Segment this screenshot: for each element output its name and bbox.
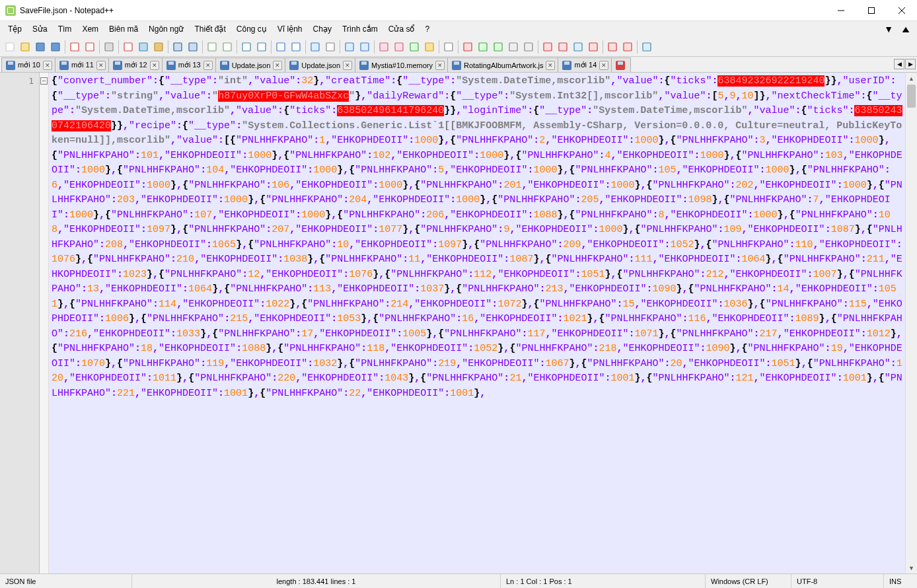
sort-desc-icon[interactable] (620, 40, 635, 54)
menu-run[interactable]: Chạy (308, 23, 337, 35)
maximize-button[interactable] (856, 0, 887, 21)
tab-close-icon[interactable]: ✕ (203, 61, 213, 70)
tab-close-icon[interactable]: ✕ (273, 61, 282, 70)
menu-macro[interactable]: Vĩ lệnh (272, 23, 308, 35)
close-button[interactable] (887, 0, 917, 21)
svg-rect-31 (509, 43, 517, 51)
play-multi-icon[interactable] (491, 40, 505, 54)
tab-save-icon (289, 61, 299, 70)
wordwrap-icon[interactable] (308, 40, 322, 54)
tab[interactable]: mới 13✕ (162, 57, 216, 72)
tab[interactable] (611, 57, 631, 72)
tab[interactable]: Update.json✕ (285, 57, 355, 72)
find-icon[interactable] (205, 40, 219, 54)
sync-v-icon[interactable] (274, 40, 288, 54)
indent-icon[interactable] (342, 40, 357, 54)
col4-icon[interactable] (586, 40, 601, 54)
play-icon[interactable] (476, 40, 490, 54)
scroll-up-icon[interactable]: ▲ (906, 73, 917, 84)
svg-rect-0 (869, 7, 875, 13)
sync-h-icon[interactable] (289, 40, 303, 54)
svg-rect-11 (174, 43, 182, 51)
tab-save-icon (166, 61, 176, 70)
tab-scroll-left[interactable]: ◀ (894, 59, 904, 69)
menu-settings[interactable]: Thiết đặt (189, 23, 231, 35)
status-length: length : 183.441 lines : 1 (132, 574, 501, 588)
func-list-icon[interactable] (407, 40, 422, 54)
doc-map-icon[interactable] (377, 40, 391, 54)
menu-view[interactable]: Xem (77, 23, 104, 35)
tab[interactable]: Update.json✕ (215, 57, 286, 72)
tab[interactable]: mới 11✕ (55, 57, 109, 72)
outdent-icon[interactable] (357, 40, 372, 54)
save-macro-icon[interactable] (521, 40, 536, 54)
menu-file[interactable]: Tệp (3, 23, 27, 35)
replace-icon[interactable] (220, 40, 235, 54)
sort-asc-icon[interactable] (605, 40, 620, 54)
tab-label: mới 10 (18, 61, 40, 69)
save-all-icon[interactable] (48, 40, 63, 54)
menu-window[interactable]: Cửa sổ (383, 23, 420, 35)
doc-list-icon[interactable] (392, 40, 406, 54)
svg-rect-12 (189, 43, 197, 51)
tab-close-icon[interactable]: ✕ (546, 61, 555, 70)
menu-search[interactable]: Tìm (53, 23, 77, 35)
line-number-gutter: 1 (0, 73, 40, 573)
fold-toggle-icon[interactable] (40, 77, 48, 85)
col3-icon[interactable] (571, 40, 585, 54)
zoom-out-icon[interactable] (254, 40, 269, 54)
stop-icon[interactable] (506, 40, 521, 54)
show-chars-icon[interactable] (323, 40, 338, 54)
zoom-in-icon[interactable] (239, 40, 254, 54)
tab-close-icon[interactable]: ✕ (435, 61, 445, 70)
tab-close-icon[interactable]: ✕ (343, 61, 352, 70)
monitor-icon[interactable] (441, 40, 456, 54)
close-icon[interactable] (67, 40, 82, 54)
tab[interactable]: mới 10✕ (1, 57, 55, 72)
paste-icon[interactable] (151, 40, 166, 54)
record-icon[interactable] (460, 40, 475, 54)
save-icon[interactable] (33, 40, 48, 54)
code-area[interactable]: {"convert_number":{"__type":"int","value… (49, 73, 905, 573)
print-icon[interactable] (102, 40, 116, 54)
cut-icon[interactable] (121, 40, 135, 54)
tab-close-icon[interactable]: ✕ (599, 61, 608, 70)
minimize-button[interactable] (826, 0, 856, 21)
menu-plugins[interactable]: Trình cắm (337, 23, 383, 35)
tab-close-icon[interactable]: ✕ (96, 61, 106, 70)
svg-rect-29 (479, 43, 487, 51)
undo-icon[interactable] (170, 40, 185, 54)
svg-rect-17 (277, 43, 285, 51)
tab[interactable]: mới 14✕ (558, 57, 612, 72)
redo-icon[interactable] (186, 40, 200, 54)
new-file-icon[interactable] (3, 40, 17, 54)
menu-encoding[interactable]: Biên mã (104, 23, 143, 35)
unfold-all-icon[interactable]: ▲ (895, 24, 917, 34)
folder-icon[interactable] (422, 40, 437, 54)
open-file-icon[interactable] (18, 40, 32, 54)
extra-icon[interactable] (640, 40, 654, 54)
tab-close-icon[interactable]: ✕ (150, 61, 159, 70)
menu-tools[interactable]: Công cụ (231, 23, 272, 35)
status-bar: JSON file length : 183.441 lines : 1 Ln … (0, 573, 917, 588)
window-title: SaveFile.json - Notepad++ (20, 6, 114, 15)
col2-icon[interactable] (556, 40, 570, 54)
fold-column[interactable] (40, 73, 49, 573)
svg-rect-8 (124, 43, 132, 51)
tab-close-icon[interactable]: ✕ (43, 61, 52, 70)
menu-language[interactable]: Ngôn ngữ (143, 23, 189, 35)
copy-icon[interactable] (136, 40, 151, 54)
scroll-down-icon[interactable]: ▼ (906, 562, 917, 573)
tab[interactable]: RotatingAlbumArtwork.js✕ (447, 57, 558, 72)
scroll-thumb[interactable] (907, 85, 916, 108)
tab[interactable]: Mystia#10.memory✕ (355, 57, 448, 72)
vertical-scrollbar[interactable]: ▲ ▼ (905, 73, 917, 573)
close-all-icon[interactable] (83, 40, 97, 54)
menu-help[interactable]: ? (420, 23, 435, 35)
svg-rect-32 (525, 43, 532, 51)
tab[interactable]: mới 12✕ (108, 57, 163, 72)
menu-edit[interactable]: Sửa (27, 23, 53, 35)
tab-scroll-right[interactable]: ▶ (905, 59, 916, 69)
tab-label: RotatingAlbumArtwork.js (464, 61, 543, 69)
col1-icon[interactable] (540, 40, 555, 54)
